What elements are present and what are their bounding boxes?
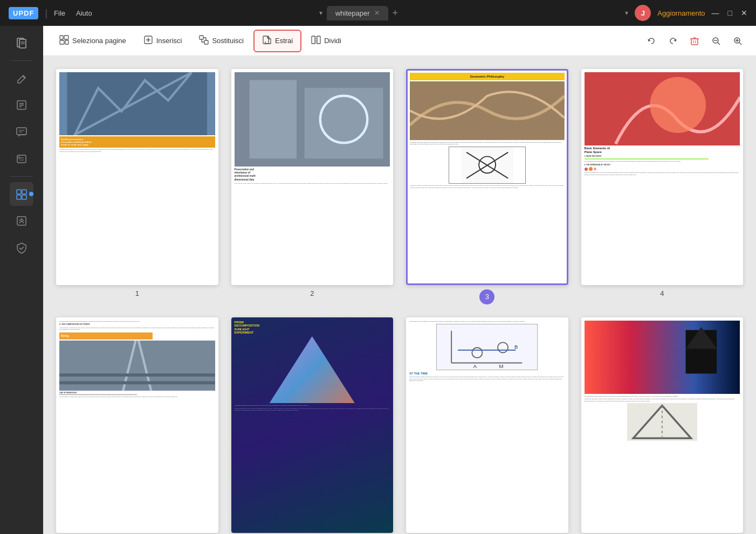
- extract-button[interactable]: Estrai: [253, 30, 301, 52]
- page-thumb-6[interactable]: PRISMDECOMPOSITIONSUNLIGHTEXPERIMENT The…: [231, 317, 394, 533]
- page7-diagram: A M B: [436, 324, 538, 370]
- page4-text2: Points, the composition of "It Dot" in v…: [585, 172, 740, 176]
- page1-text: Combined with practical cases, the build…: [59, 149, 215, 152]
- page8-text1: This experiment can be repeated over and…: [585, 396, 740, 397]
- separator: |: [45, 8, 47, 19]
- split-icon: [311, 35, 321, 47]
- zoom-out-button[interactable]: [706, 31, 726, 51]
- svg-rect-23: [60, 40, 64, 44]
- svg-text:A: A: [473, 363, 477, 369]
- page-item-2[interactable]: Preservation andinheritance ofarchitectu…: [231, 69, 394, 304]
- page5-text2: The composition of colored points here m…: [59, 396, 215, 398]
- dot-red: [585, 168, 588, 171]
- page6-bg: PRISMDECOMPOSITIONSUNLIGHTEXPERIMENT The…: [231, 317, 394, 533]
- delete-button[interactable]: [685, 31, 704, 51]
- dot-orange: [589, 167, 593, 171]
- page6-text: The founder of astrophysics, Galileo fir…: [235, 405, 390, 406]
- page1-image: [59, 72, 215, 135]
- page4-section1: 1. KNOW THE POINTS: [585, 155, 740, 157]
- page4-dots-row: [585, 167, 740, 171]
- page-item-4[interactable]: Basic Elements ofPlane Space 1. KNOW THE…: [581, 69, 744, 304]
- tab-title: whitepaper: [335, 9, 370, 17]
- page-item-3[interactable]: Geometric Philosophy The specific point …: [406, 69, 568, 304]
- tabs-dropdown-arrow[interactable]: ▾: [319, 9, 322, 17]
- page-item-6[interactable]: PRISMDECOMPOSITIONSUNLIGHTEXPERIMENT The…: [231, 317, 394, 534]
- page-thumb-1[interactable]: Building environmentinformation modeling…: [56, 69, 218, 285]
- page4-text1: Point constitutes its own language, and …: [585, 161, 740, 162]
- sidebar-item-edit[interactable]: [10, 66, 33, 90]
- page-thumb-8[interactable]: This experiment can be repeated over and…: [581, 317, 744, 533]
- menu-file[interactable]: File: [54, 9, 65, 17]
- page8-text2: Through this experiment, Newton laid the…: [585, 398, 740, 402]
- tab-area: ▾ whitepaper ✕ +: [99, 6, 619, 20]
- svg-rect-47: [67, 72, 207, 135]
- page8-image: [585, 321, 740, 394]
- svg-rect-24: [65, 40, 68, 44]
- user-avatar[interactable]: J: [635, 5, 651, 21]
- toolbar-right: [642, 31, 747, 51]
- sidebar-item-protect[interactable]: [10, 236, 33, 260]
- rotate-left-button[interactable]: [642, 31, 661, 51]
- sidebar-item-text[interactable]: [10, 93, 33, 117]
- replace-button[interactable]: Sostituisci: [191, 31, 251, 51]
- page-thumb-5[interactable]: Points also have dimensional and vectori…: [56, 317, 218, 533]
- split-button[interactable]: Dividi: [304, 31, 349, 51]
- svg-rect-29: [204, 40, 208, 44]
- insert-label: Inserisci: [156, 37, 182, 45]
- menu-bar: File Aiuto: [54, 9, 92, 17]
- user-initial: J: [641, 9, 645, 17]
- new-tab-button[interactable]: +: [393, 8, 398, 19]
- svg-rect-9: [17, 128, 26, 135]
- split-label: Dividi: [324, 37, 341, 45]
- sidebar-divider-2: [11, 176, 32, 177]
- window-controls: — □ ✕: [712, 9, 747, 17]
- main-area: Seleziona pagine Inserisci Sostituisci E…: [0, 26, 756, 534]
- rotate-right-button[interactable]: [663, 31, 683, 51]
- svg-rect-33: [317, 36, 320, 44]
- svg-rect-32: [312, 36, 315, 44]
- sidebar-item-form[interactable]: [10, 147, 33, 171]
- sidebar-item-convert[interactable]: [10, 209, 33, 233]
- left-sidebar: [0, 26, 43, 534]
- page3-title: Geometric Philosophy: [410, 73, 565, 80]
- content-wrapper: Seleziona pagine Inserisci Sostituisci E…: [43, 26, 756, 534]
- sidebar-item-pages[interactable]: [10, 31, 33, 55]
- tab-close-icon[interactable]: ✕: [374, 9, 380, 17]
- title-dropdown-icon[interactable]: ▾: [625, 9, 628, 17]
- page-thumb-7[interactable]: These studies laid the foundation for th…: [406, 317, 568, 533]
- sidebar-item-comment[interactable]: [10, 120, 33, 144]
- page-thumb-4[interactable]: Basic Elements ofPlane Space 1. KNOW THE…: [581, 69, 744, 285]
- page-item-7[interactable]: These studies laid the foundation for th…: [406, 317, 568, 534]
- active-tab[interactable]: whitepaper ✕: [327, 6, 388, 20]
- svg-rect-16: [17, 190, 21, 194]
- page-thumb-3[interactable]: Geometric Philosophy The specific point …: [406, 69, 568, 285]
- page3-box: [449, 147, 526, 184]
- replace-label: Sostituisci: [212, 37, 244, 45]
- page4-title: Basic Elements ofPlane Space: [585, 147, 740, 154]
- page8-triangle: [627, 403, 697, 441]
- update-button[interactable]: Aggiornamento: [657, 9, 705, 17]
- page-item-8[interactable]: This experiment can be repeated over and…: [581, 317, 744, 534]
- select-pages-button[interactable]: Seleziona pagine: [52, 31, 134, 51]
- menu-aiuto[interactable]: Aiuto: [76, 9, 92, 17]
- svg-rect-19: [22, 195, 26, 199]
- page3-body-text: The specific point of the image can be e…: [410, 142, 565, 145]
- svg-line-40: [718, 43, 720, 45]
- toolbar: Seleziona pagine Inserisci Sostituisci E…: [43, 26, 756, 56]
- sidebar-divider-1: [11, 60, 32, 61]
- svg-line-44: [739, 43, 741, 45]
- page6-prism: [269, 336, 355, 403]
- maximize-button[interactable]: □: [728, 9, 732, 17]
- page-item-5[interactable]: Points also have dimensional and vectori…: [56, 317, 218, 534]
- close-button[interactable]: ✕: [741, 9, 747, 17]
- sidebar-item-organize[interactable]: [10, 182, 33, 206]
- page-number-3: 3: [479, 289, 494, 304]
- insert-button[interactable]: Inserisci: [136, 31, 190, 51]
- svg-rect-18: [17, 195, 21, 199]
- minimize-button[interactable]: —: [712, 9, 719, 17]
- zoom-in-button[interactable]: [728, 31, 747, 51]
- svg-rect-60: [59, 373, 215, 377]
- page-item-1[interactable]: Building environmentinformation modeling…: [56, 69, 218, 304]
- page7-title: AT THE TIME: [409, 372, 565, 376]
- page-thumb-2[interactable]: Preservation andinheritance ofarchitectu…: [231, 69, 394, 285]
